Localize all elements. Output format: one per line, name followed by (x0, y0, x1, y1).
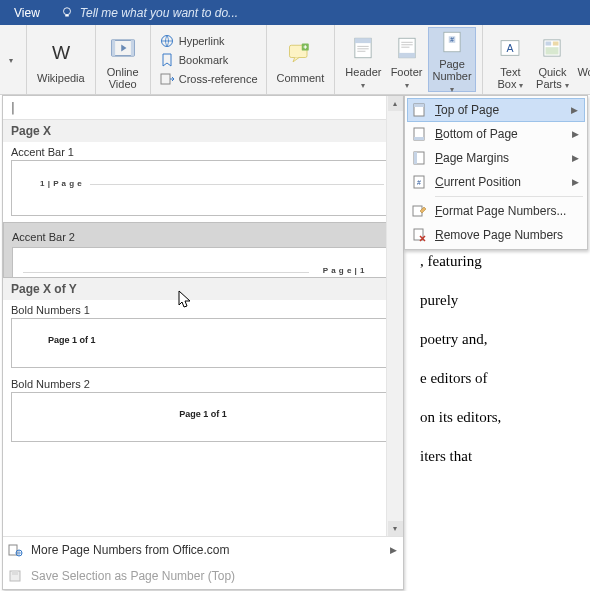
svg-rect-3 (111, 40, 115, 56)
svg-rect-29 (414, 152, 417, 164)
page-number-menu: Top of Page ▶ Bottom of Page ▶ Page Marg… (404, 95, 588, 250)
comment-button[interactable]: Comment (273, 27, 329, 92)
svg-marker-5 (121, 44, 126, 51)
doc-line: purely (420, 281, 570, 320)
tell-me-input[interactable]: Tell me what you want to do... (80, 6, 238, 20)
svg-text:W: W (52, 42, 71, 63)
gallery-category: Page X (3, 120, 403, 142)
gallery-item-title: Bold Numbers 1 (3, 300, 403, 318)
menu-bottom-of-page[interactable]: Bottom of Page ▶ (407, 122, 585, 146)
gallery-item-title: Bold Numbers 2 (3, 374, 403, 392)
svg-point-0 (63, 7, 70, 14)
gallery-search[interactable]: | (3, 96, 403, 120)
format-page-numbers-icon (411, 203, 427, 219)
cross-reference-icon (159, 71, 175, 87)
lightbulb-icon (60, 6, 74, 20)
page-number-icon: # (439, 28, 465, 56)
gallery-search-input[interactable] (21, 101, 397, 115)
menu-separator (435, 196, 583, 197)
gallery-save-selection: Save Selection as Page Number (Top) (3, 563, 403, 589)
submenu-arrow-icon: ▶ (571, 105, 578, 115)
gallery-item-accent-bar-1[interactable]: 1 | P a g e (11, 160, 395, 216)
ribbon: ▾ W Wikipedia Online Video Hyperlink Boo… (0, 25, 590, 95)
tab-view[interactable]: View (8, 6, 46, 20)
gallery-item-bold-numbers-2[interactable]: Page 1 of 1 (11, 392, 395, 442)
gallery-item-accent-bar-2[interactable]: P a g e | 1 (12, 247, 394, 278)
doc-line: poetry and, (420, 320, 570, 359)
page-number-gallery: | Page X Accent Bar 1 1 | P a g e Accent… (2, 95, 404, 590)
footer-button[interactable]: Footer ▾ (386, 27, 428, 92)
menu-top-of-page[interactable]: Top of Page ▶ (407, 98, 585, 122)
comment-icon (285, 40, 315, 68)
svg-text:#: # (450, 36, 454, 43)
svg-rect-22 (546, 47, 559, 54)
quick-parts-icon (539, 34, 565, 62)
svg-rect-20 (546, 41, 552, 45)
gallery-item-bold-numbers-1[interactable]: Page 1 of 1 (11, 318, 395, 368)
hyperlink-button[interactable]: Hyperlink (157, 32, 260, 50)
menu-format-page-numbers[interactable]: Format Page Numbers... (407, 199, 585, 223)
svg-rect-27 (414, 137, 424, 140)
wordart-button[interactable]: A WordArt▾ (573, 27, 590, 92)
gallery-more-from-office[interactable]: More Page Numbers from Office.com ▶ (3, 537, 403, 563)
save-icon (7, 568, 23, 584)
svg-text:#: # (417, 179, 421, 186)
svg-rect-25 (414, 104, 424, 107)
header-button[interactable]: Header ▾ (341, 27, 385, 92)
svg-rect-21 (553, 41, 559, 45)
office-icon (7, 542, 23, 558)
bottom-of-page-icon (411, 126, 427, 142)
svg-rect-13 (398, 52, 414, 57)
submenu-arrow-icon: ▶ (572, 177, 579, 187)
svg-rect-4 (131, 40, 135, 56)
wordart-icon: A (585, 34, 591, 62)
gallery-item-title: Accent Bar 1 (3, 142, 403, 160)
quick-parts-button[interactable]: Quick Parts ▾ (531, 27, 573, 92)
menu-page-margins[interactable]: Page Margins ▶ (407, 146, 585, 170)
page-number-button[interactable]: # Page Number ▾ (428, 27, 477, 92)
submenu-arrow-icon: ▶ (390, 545, 397, 555)
menu-remove-page-numbers[interactable]: Remove Page Numbers (407, 223, 585, 247)
bookmark-icon (159, 52, 175, 68)
page-margins-icon (411, 150, 427, 166)
gallery-category: Page X of Y (3, 278, 403, 300)
scroll-up-icon[interactable]: ▴ (388, 96, 403, 111)
cross-reference-button[interactable]: Cross-reference (157, 70, 260, 88)
remove-page-numbers-icon (411, 227, 427, 243)
doc-line: iters that (420, 437, 570, 476)
top-of-page-icon (411, 102, 427, 118)
gallery-scrollbar[interactable]: ▴ ▾ (386, 96, 403, 536)
text-box-icon: A (497, 34, 523, 62)
svg-text:A: A (507, 42, 515, 54)
footer-icon (394, 34, 420, 62)
doc-line: on its editors, (420, 398, 570, 437)
scroll-down-icon[interactable]: ▾ (388, 521, 403, 536)
submenu-arrow-icon: ▶ (572, 153, 579, 163)
hyperlink-icon (159, 33, 175, 49)
text-box-button[interactable]: A Text Box ▾ (489, 27, 531, 92)
bookmark-button[interactable]: Bookmark (157, 51, 260, 69)
gallery-item-title: Accent Bar 2 (12, 231, 394, 247)
ribbon-overflow-left[interactable]: ▾ (2, 27, 20, 92)
doc-line: e editors of (420, 359, 570, 398)
title-bar: View Tell me what you want to do... (0, 0, 590, 25)
current-position-icon: # (411, 174, 427, 190)
online-video-button[interactable]: Online Video (102, 27, 144, 92)
submenu-arrow-icon: ▶ (572, 129, 579, 139)
svg-rect-37 (12, 571, 18, 575)
wikipedia-icon: W (47, 40, 75, 68)
svg-rect-7 (161, 74, 170, 84)
video-icon (108, 34, 138, 62)
wikipedia-button[interactable]: W Wikipedia (33, 27, 89, 92)
svg-rect-11 (355, 38, 371, 43)
menu-current-position[interactable]: # Current Position ▶ (407, 170, 585, 194)
header-icon (350, 34, 376, 62)
